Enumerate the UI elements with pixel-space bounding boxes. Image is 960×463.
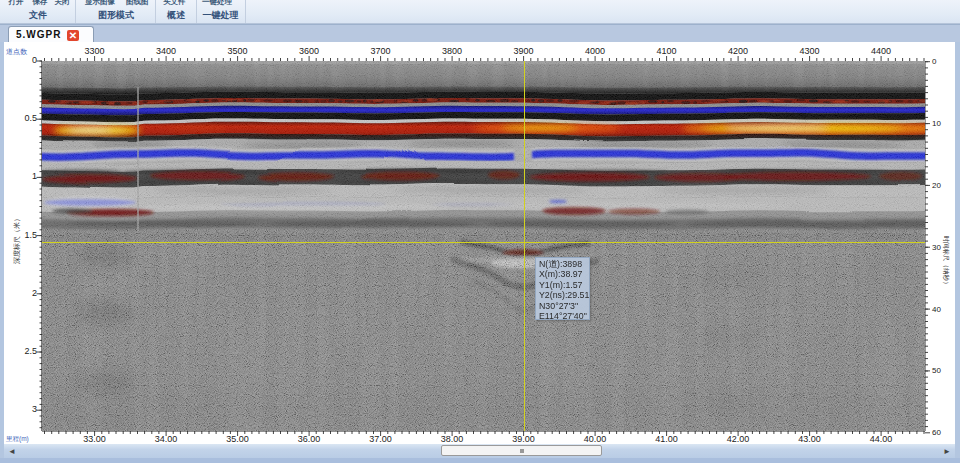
svg-text:3500: 3500 [228, 46, 248, 56]
svg-text:4300: 4300 [800, 46, 820, 56]
svg-text:3: 3 [32, 404, 37, 414]
svg-text:4400: 4400 [871, 46, 891, 56]
svg-text:4000: 4000 [585, 46, 605, 56]
svg-text:3600: 3600 [299, 46, 319, 56]
svg-text:4200: 4200 [728, 46, 748, 56]
svg-text:40: 40 [932, 305, 941, 314]
svg-text:2.5: 2.5 [24, 346, 37, 356]
svg-text:4100: 4100 [657, 46, 677, 56]
svg-text:1: 1 [32, 171, 37, 181]
svg-text:30: 30 [932, 243, 941, 252]
svg-text:50: 50 [932, 366, 941, 375]
svg-text:3700: 3700 [371, 46, 391, 56]
svg-text:10: 10 [932, 119, 941, 128]
svg-text:0: 0 [932, 57, 937, 66]
svg-text:3900: 3900 [514, 46, 534, 56]
svg-text:3300: 3300 [85, 46, 105, 56]
svg-text:3800: 3800 [442, 46, 462, 56]
svg-text:0.5: 0.5 [24, 113, 37, 123]
svg-text:20: 20 [932, 181, 941, 190]
svg-text:1.5: 1.5 [24, 230, 37, 240]
svg-text:2: 2 [32, 288, 37, 298]
svg-text:0: 0 [32, 55, 37, 65]
svg-text:3400: 3400 [156, 46, 176, 56]
svg-text:60: 60 [932, 428, 941, 437]
